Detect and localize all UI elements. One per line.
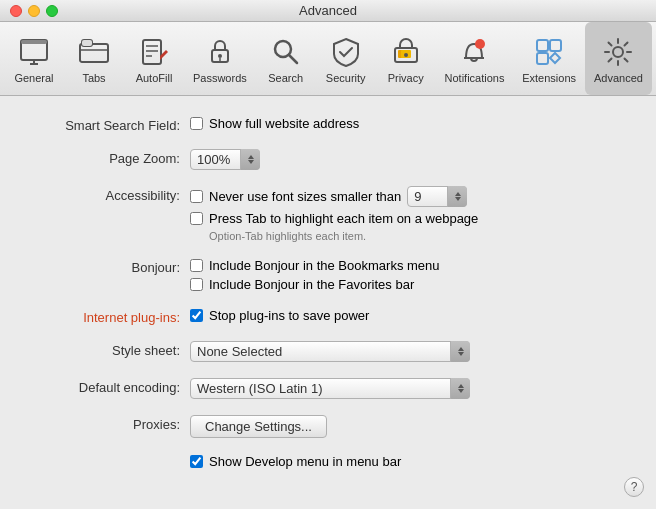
autofill-label: AutoFill (136, 72, 173, 84)
page-zoom-label: Page Zoom: (30, 149, 190, 166)
internet-plugins-label: Internet plug-ins: (30, 308, 190, 325)
content-area: Smart Search Field: Show full website ad… (0, 96, 656, 509)
close-button[interactable] (10, 5, 22, 17)
font-size-select[interactable]: 9 10 11 12 14 (407, 186, 467, 207)
style-sheet-select-container: None Selected (190, 341, 470, 362)
help-button[interactable]: ? (624, 477, 644, 497)
svg-point-20 (404, 53, 408, 57)
svg-point-13 (218, 54, 222, 58)
style-sheet-select[interactable]: None Selected (190, 341, 470, 362)
bonjour-bookmarks-wrap: Include Bonjour in the Bookmarks menu (190, 258, 440, 273)
toolbar-item-security[interactable]: Security (316, 22, 376, 95)
toolbar-item-autofill[interactable]: AutoFill (124, 22, 184, 95)
change-settings-button[interactable]: Change Settings... (190, 415, 327, 438)
style-sheet-row: Style sheet: None Selected (30, 341, 626, 362)
encoding-select[interactable]: Western (ISO Latin 1) UTF-8 UTF-16 (190, 378, 470, 399)
smart-search-label: Smart Search Field: (30, 116, 190, 133)
stop-plugins-label: Stop plug-ins to save power (209, 308, 369, 323)
notifications-icon (458, 36, 490, 68)
style-sheet-label: Style sheet: (30, 341, 190, 358)
bonjour-bookmarks-label: Include Bonjour in the Bookmarks menu (209, 258, 440, 273)
settings-content: Smart Search Field: Show full website ad… (0, 96, 656, 489)
title-bar: Advanced (0, 0, 656, 22)
stop-plugins-wrap: Stop plug-ins to save power (190, 308, 369, 323)
proxies-label: Proxies: (30, 415, 190, 432)
page-zoom-content: 100% 75% 85% 115% 125% 150% (190, 149, 260, 170)
develop-menu-checkbox[interactable] (190, 455, 203, 468)
svg-rect-8 (143, 40, 161, 64)
bonjour-label: Bonjour: (30, 258, 190, 275)
autofill-icon (138, 36, 170, 68)
svg-line-33 (625, 42, 628, 45)
notifications-label: Notifications (445, 72, 505, 84)
extensions-label: Extensions (522, 72, 576, 84)
toolbar-item-extensions[interactable]: Extensions (513, 22, 585, 95)
svg-rect-6 (82, 40, 92, 46)
toolbar-item-notifications[interactable]: Notifications (436, 22, 514, 95)
window-controls (10, 5, 58, 17)
svg-line-34 (609, 58, 612, 61)
accessibility-label: Accessibility: (30, 186, 190, 203)
accessibility-row: Accessibility: Never use font sizes smal… (30, 186, 626, 242)
bonjour-row: Bonjour: Include Bonjour in the Bookmark… (30, 258, 626, 292)
develop-menu-row: Show Develop menu in menu bar (190, 454, 626, 469)
show-full-address-label: Show full website address (209, 116, 359, 131)
svg-line-32 (625, 58, 628, 61)
toolbar-item-passwords[interactable]: Passwords (184, 22, 256, 95)
show-full-address-checkbox[interactable] (190, 117, 203, 130)
default-encoding-label: Default encoding: (30, 378, 190, 395)
bonjour-content: Include Bonjour in the Bookmarks menu In… (190, 258, 440, 292)
style-sheet-content: None Selected (190, 341, 470, 362)
general-icon (18, 36, 50, 68)
advanced-label: Advanced (594, 72, 643, 84)
minimize-button[interactable] (28, 5, 40, 17)
smart-search-row: Smart Search Field: Show full website ad… (30, 116, 626, 133)
stop-plugins-checkbox[interactable] (190, 309, 203, 322)
smart-search-content: Show full website address (190, 116, 359, 131)
toolbar-item-search[interactable]: Search (256, 22, 316, 95)
svg-point-26 (613, 47, 623, 57)
tabs-icon (78, 36, 110, 68)
svg-rect-24 (550, 40, 561, 51)
bonjour-favorites-checkbox[interactable] (190, 278, 203, 291)
svg-line-16 (289, 55, 297, 63)
svg-point-22 (475, 39, 485, 49)
develop-menu-label: Show Develop menu in menu bar (209, 454, 401, 469)
svg-rect-1 (21, 40, 47, 44)
toolbar-item-general[interactable]: General (4, 22, 64, 95)
privacy-label: Privacy (388, 72, 424, 84)
window-title: Advanced (299, 3, 357, 18)
toolbar-item-advanced[interactable]: Advanced (585, 22, 652, 95)
toolbar-item-privacy[interactable]: Privacy (376, 22, 436, 95)
bonjour-favorites-label: Include Bonjour in the Favorites bar (209, 277, 414, 292)
maximize-button[interactable] (46, 5, 58, 17)
help-icon: ? (631, 480, 638, 494)
encoding-select-container: Western (ISO Latin 1) UTF-8 UTF-16 (190, 378, 470, 399)
zoom-select[interactable]: 100% 75% 85% 115% 125% 150% (190, 149, 260, 170)
bonjour-bookmarks-checkbox[interactable] (190, 259, 203, 272)
zoom-select-container: 100% 75% 85% 115% 125% 150% (190, 149, 260, 170)
advanced-icon (602, 36, 634, 68)
toolbar-item-tabs[interactable]: Tabs (64, 22, 124, 95)
internet-plugins-row: Internet plug-ins: Stop plug-ins to save… (30, 308, 626, 325)
never-font-size-label: Never use font sizes smaller than (209, 189, 401, 204)
proxies-row: Proxies: Change Settings... (30, 415, 626, 438)
tabs-label: Tabs (82, 72, 105, 84)
press-tab-checkbox[interactable] (190, 212, 203, 225)
never-font-size-checkbox[interactable] (190, 190, 203, 203)
passwords-icon (204, 36, 236, 68)
privacy-icon (390, 36, 422, 68)
security-icon (330, 36, 362, 68)
press-tab-wrap: Press Tab to highlight each item on a we… (190, 211, 478, 226)
option-tab-hint: Option-Tab highlights each item. (209, 230, 478, 242)
font-size-row: Never use font sizes smaller than 9 10 1… (190, 186, 478, 207)
toolbar: General Tabs AutoFill (0, 22, 656, 96)
svg-rect-23 (537, 40, 548, 51)
general-label: General (14, 72, 53, 84)
default-encoding-row: Default encoding: Western (ISO Latin 1) … (30, 378, 626, 399)
svg-line-31 (609, 42, 612, 45)
default-encoding-content: Western (ISO Latin 1) UTF-8 UTF-16 (190, 378, 470, 399)
internet-plugins-content: Stop plug-ins to save power (190, 308, 369, 323)
bonjour-favorites-wrap: Include Bonjour in the Favorites bar (190, 277, 440, 292)
font-size-select-container: 9 10 11 12 14 (407, 186, 467, 207)
